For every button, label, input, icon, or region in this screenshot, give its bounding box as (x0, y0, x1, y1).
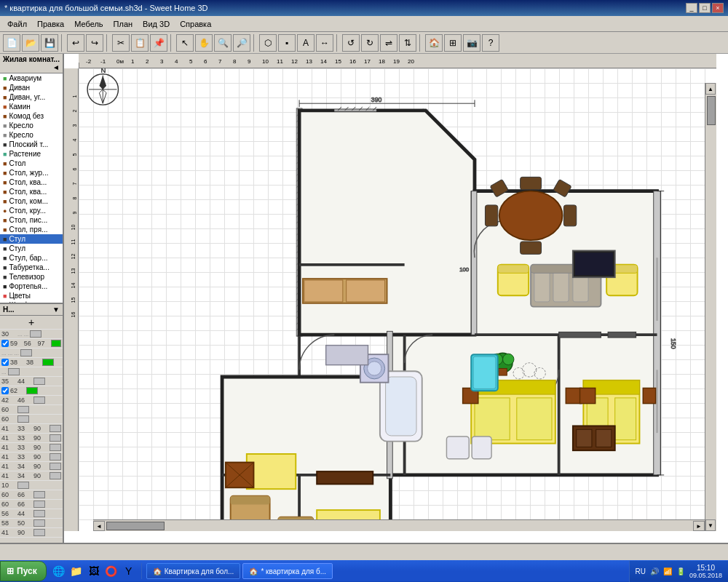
furniture-item-стол[interactable]: ■ Стол (0, 159, 63, 168)
3d-view-button[interactable]: 🏠 (425, 34, 443, 52)
furniture-item-стол-жур[interactable]: ■ Стол, жур... (0, 168, 63, 178)
menu-file[interactable]: Файл (3, 18, 31, 30)
floor-plan-canvas[interactable]: N (79, 68, 716, 531)
svg-rect-46 (521, 177, 542, 189)
taskbar-app-1-label: Квартирка для бол... (165, 567, 234, 575)
furniture-item-кресло1[interactable]: ■ Кресло (0, 121, 63, 130)
menubar: Файл Правка Мебель План Вид 3D Справка (0, 16, 728, 32)
top-view-button[interactable]: ⊞ (444, 34, 462, 52)
ie-icon[interactable]: 🌐 (51, 563, 67, 579)
ps-icon[interactable]: 🖼 (86, 563, 102, 579)
flip-v-button[interactable]: ⇅ (399, 34, 416, 52)
add-text-button[interactable]: A (297, 34, 314, 52)
zoom-out-button[interactable]: 🔎 (233, 34, 250, 52)
menu-plan[interactable]: План (109, 18, 138, 30)
panel-collapse-button[interactable]: ◄ (52, 63, 60, 71)
menu-edit[interactable]: Правка (33, 18, 68, 30)
furniture-item-цветы[interactable]: ■ Цветы (0, 291, 63, 300)
scrollbar-horizontal[interactable]: ◄ ► (93, 519, 705, 531)
prop-row-add[interactable]: + (0, 316, 63, 330)
menu-furniture[interactable]: Мебель (70, 18, 107, 30)
prop-row-1: 30...... (0, 330, 63, 339)
furniture-item-стол-пис[interactable]: ■ Стол, пис... (0, 215, 63, 225)
furniture-item-диван-уг[interactable]: ■ Диван, уг... (0, 92, 63, 102)
maximize-button[interactable]: □ (699, 3, 711, 13)
furniture-item-фортепья[interactable]: ■ Фортепья... (0, 282, 63, 291)
zoom-in-button[interactable]: 🔍 (214, 34, 232, 52)
paste-button[interactable]: 📌 (150, 34, 167, 52)
svg-rect-87 (231, 496, 270, 505)
add-room-button[interactable]: ⬡ (259, 34, 277, 52)
redo-button[interactable]: ↪ (86, 34, 103, 52)
cut-button[interactable]: ✂ (112, 34, 130, 52)
furniture-item-аквариум[interactable]: ■ Аквариум (0, 73, 63, 83)
furniture-item-камин[interactable]: ■ Камин (0, 102, 63, 111)
furniture-item-стул2[interactable]: ■ Стул (0, 244, 63, 253)
close-button[interactable]: × (712, 3, 724, 13)
furniture-item-стул-selected[interactable]: ■ Стул (0, 234, 63, 244)
scroll-thumb-v[interactable] (707, 96, 716, 125)
furniture-item-стул-бар[interactable]: ■ Стул, бар... (0, 253, 63, 263)
camera-button[interactable]: 📷 (463, 34, 480, 52)
furniture-item-табуретка[interactable]: ■ Табуретка... (0, 263, 63, 272)
copy-button[interactable]: 📋 (131, 34, 149, 52)
furniture-item-комод[interactable]: ■ Комод без (0, 111, 63, 121)
taskbar-app-1[interactable]: 🏠 Квартирка для бол... (146, 563, 241, 579)
scroll-right-button[interactable]: ► (693, 521, 705, 531)
flip-h-button[interactable]: ⇌ (380, 34, 397, 52)
prop-check-2[interactable] (1, 340, 9, 347)
furniture-item-телевизор[interactable]: ■ Телевизор (0, 272, 63, 282)
svg-rect-58 (498, 265, 529, 274)
window-title: * квартирка для большой семьи.sh3d - Swe… (4, 4, 208, 12)
minimize-button[interactable]: _ (686, 3, 697, 13)
scroll-down-button[interactable]: ▼ (705, 519, 716, 531)
menu-3dview[interactable]: Вид 3D (138, 18, 174, 30)
scroll-left-button[interactable]: ◄ (93, 521, 105, 531)
svg-rect-66 (517, 398, 552, 440)
dimension-button[interactable]: ↔ (316, 34, 333, 52)
prop-row-14: 413390 (0, 453, 63, 462)
scrollbar-vertical[interactable]: ▲ ▼ (705, 83, 716, 531)
canvas-area[interactable]: -2 -1 0м 1 2 3 4 5 6 7 8 9 10 11 12 13 1… (64, 54, 728, 543)
prop-row-2: 595697 (0, 339, 63, 348)
prop-panel-collapse[interactable]: ▼ (52, 306, 60, 314)
svg-rect-83 (446, 436, 469, 459)
furniture-item-стол-ква1[interactable]: ■ Стол, ква... (0, 178, 63, 187)
furniture-item-кресло2[interactable]: ■ Кресло (0, 130, 63, 140)
furniture-item-диван[interactable]: ■ Диван (0, 83, 63, 92)
furniture-item-стол-пря[interactable]: ■ Стол, пря... (0, 225, 63, 234)
floor-plan-svg[interactable]: N (79, 68, 716, 531)
furniture-item-плоский-т[interactable]: ■ Плоский т... (0, 140, 63, 149)
menu-help[interactable]: Справка (175, 18, 215, 30)
chrome-icon[interactable]: ⭕ (103, 563, 119, 579)
new-button[interactable]: 📄 (3, 34, 20, 52)
battery-icon: 🔋 (676, 567, 685, 575)
svg-rect-97 (317, 471, 373, 484)
furniture-list[interactable]: ■ Аквариум ■ Диван ■ Диван, уг... ■ Ками… (0, 73, 63, 303)
svg-rect-96 (473, 356, 496, 388)
furniture-item-стол-ком[interactable]: ■ Стол, ком... (0, 196, 63, 206)
open-button[interactable]: 📂 (22, 34, 39, 52)
prop-row-9: 60 (0, 405, 63, 415)
pan-button[interactable]: ✋ (195, 34, 213, 52)
scroll-thumb-h[interactable] (106, 522, 165, 530)
undo-button[interactable]: ↩ (67, 34, 84, 52)
select-button[interactable]: ↖ (176, 34, 194, 52)
prop-check-7[interactable] (1, 387, 9, 394)
prop-check-4[interactable] (1, 359, 9, 366)
furniture-item-растение[interactable]: ■ Растение (0, 149, 63, 159)
start-label: Пуск (17, 566, 37, 576)
furniture-item-стол-кру[interactable]: ● Стол, кру... (0, 206, 63, 215)
save-button[interactable]: 💾 (41, 34, 58, 52)
rotate-right-button[interactable]: ↻ (361, 34, 379, 52)
furniture-item-стол-ква2[interactable]: ■ Стол, ква... (0, 187, 63, 196)
add-wall-button[interactable]: ▪ (278, 34, 296, 52)
start-button[interactable]: ⊞ Пуск (0, 561, 47, 581)
help-button[interactable]: ? (482, 34, 499, 52)
rotate-left-button[interactable]: ↺ (342, 34, 360, 52)
prop-row-8: 4246 (0, 396, 63, 405)
taskbar-app-2[interactable]: 🏠 * квартирка для б... (242, 563, 333, 579)
explorer-icon[interactable]: 📁 (68, 563, 84, 579)
yandex-icon[interactable]: Y (121, 563, 137, 579)
scroll-up-button[interactable]: ▲ (705, 83, 716, 95)
